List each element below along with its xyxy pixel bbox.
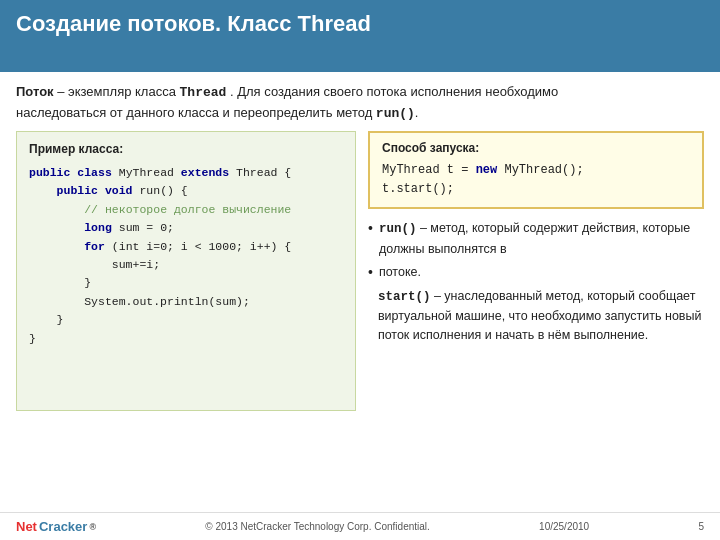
potoke-text: потоке. (379, 263, 421, 282)
launch-box-title: Способ запуска: (382, 141, 690, 155)
intro-thread-class: Thread (180, 85, 227, 100)
logo-net: Net (16, 519, 37, 534)
code-box-title: Пример класса: (29, 142, 343, 156)
logo-registered: ® (89, 522, 96, 532)
start-method-code: start() (378, 290, 431, 304)
slide-header: Создание потоков. Класс Thread (0, 0, 720, 72)
run-description: – метод, который содержит действия, кото… (379, 221, 690, 255)
launch-box: Способ запуска: MyThread t = new MyThrea… (368, 131, 704, 209)
logo-cracker: Cracker (39, 519, 87, 534)
code-example-box: Пример класса: public class MyThread ext… (16, 131, 356, 411)
intro-dash: – экземпляр класса (57, 84, 179, 99)
run-method-code: run() (379, 222, 417, 236)
intro-word-potok: Поток (16, 84, 54, 99)
bullet-list: • run() – метод, который содержит действ… (368, 219, 704, 349)
slide-footer: NetCracker® © 2013 NetCracker Technology… (0, 512, 720, 540)
columns-layout: Пример класса: public class MyThread ext… (16, 131, 704, 411)
slide-title: Создание потоков. Класс Thread (16, 10, 704, 39)
bullet-run: • run() – метод, который содержит действ… (368, 219, 704, 259)
footer-page: 5 (698, 521, 704, 532)
code-content: public class MyThread extends Thread { p… (29, 164, 343, 348)
footer-date: 10/25/2010 (539, 521, 589, 532)
launch-code: MyThread t = new MyThread(); t.start(); (382, 161, 690, 199)
bullet-start: start() – унаследованный метод, который … (368, 287, 704, 346)
bullet-potoke: • потоке. (368, 263, 704, 283)
slide-main: Поток – экземпляр класса Thread . Для со… (0, 72, 720, 417)
footer-copyright: © 2013 NetCracker Technology Corp. Confi… (205, 521, 430, 532)
right-column: Способ запуска: MyThread t = new MyThrea… (368, 131, 704, 350)
bullet-dot-3 (368, 287, 372, 307)
start-description: start() – унаследованный метод, который … (378, 287, 704, 346)
intro-text: Поток – экземпляр класса Thread . Для со… (16, 82, 704, 123)
bullet-dot-1: • (368, 219, 373, 239)
bullet-run-text: run() – метод, который содержит действия… (379, 219, 704, 259)
netcracker-logo: NetCracker® (16, 519, 96, 534)
bullet-dot-2: • (368, 263, 373, 283)
